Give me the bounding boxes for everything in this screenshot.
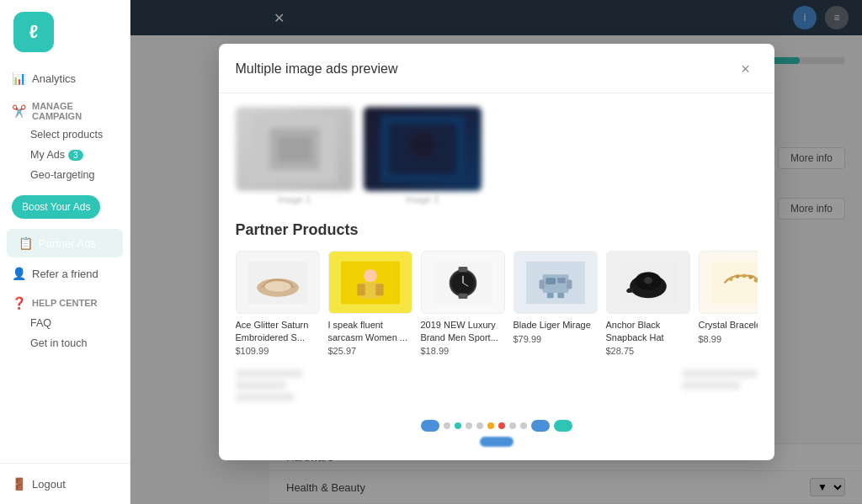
main-content: ✕ i ≡ Partner ads More info More info Ha… bbox=[130, 0, 862, 504]
product-card-2[interactable]: I speak fluent sarcasm Women ... $25.97 bbox=[328, 251, 412, 356]
boost-your-ads-button[interactable]: Boost Your Ads bbox=[12, 195, 100, 219]
product-card-1[interactable]: Ace Glitter Saturn Embroidered S... $109… bbox=[236, 251, 320, 356]
app-logo[interactable]: ℓ bbox=[13, 12, 54, 52]
svg-rect-25 bbox=[539, 279, 544, 289]
sidebar-item-refer-friend[interactable]: 👤 Refer a friend bbox=[0, 259, 130, 288]
blurred-text-left bbox=[236, 369, 303, 405]
product-card-6[interactable]: Crystal Bracelets $8.99 bbox=[699, 251, 758, 356]
refer-friend-icon: 👤 bbox=[12, 267, 25, 280]
svg-point-37 bbox=[748, 275, 753, 279]
modal-dialog: Multiple image ads preview × I bbox=[219, 44, 774, 460]
dot-gray-2[interactable] bbox=[466, 422, 472, 429]
product-name-3: 2019 NEW Luxury Brand Men Sport... bbox=[421, 319, 505, 343]
svg-point-5 bbox=[410, 132, 435, 157]
sidebar-item-partner-ads[interactable]: 📋 Partner Ads bbox=[7, 229, 123, 257]
product-card-4[interactable]: Blade Liger Mirage $79.99 bbox=[513, 251, 598, 356]
blurred-line-1 bbox=[236, 369, 303, 378]
sidebar-section-help-center: ❓ HELP CENTER bbox=[0, 288, 130, 313]
svg-point-35 bbox=[735, 274, 739, 279]
sidebar-nav: 📊 Analytics ✂️ MANAGE CAMPAIGN Select pr… bbox=[0, 64, 130, 463]
dot-gray-5[interactable] bbox=[520, 422, 527, 429]
analytics-icon: 📊 bbox=[12, 72, 25, 85]
my-ads-label: My Ads bbox=[30, 149, 65, 161]
preview-caption-2: Image 2 bbox=[364, 194, 482, 204]
sidebar-item-get-in-touch[interactable]: Get in touch bbox=[0, 333, 130, 353]
svg-point-32 bbox=[644, 277, 652, 284]
help-icon: ❓ bbox=[12, 296, 25, 310]
my-ads-badge: 3 bbox=[68, 150, 83, 161]
modal-header: Multiple image ads preview × bbox=[219, 44, 774, 93]
product-name-6: Crystal Bracelets bbox=[699, 319, 758, 331]
svg-rect-26 bbox=[567, 279, 572, 289]
blurred-text-right bbox=[682, 369, 758, 405]
sidebar-item-logout[interactable]: 🚪 Logout bbox=[12, 472, 118, 496]
svg-rect-20 bbox=[458, 294, 467, 299]
product-price-5: $28.75 bbox=[606, 346, 690, 356]
svg-rect-27 bbox=[546, 293, 553, 298]
sidebar-section-label: MANAGE CAMPAIGN bbox=[32, 101, 118, 121]
product-image-6 bbox=[699, 251, 758, 314]
product-price-6: $8.99 bbox=[699, 334, 758, 344]
product-price-3: $18.99 bbox=[421, 346, 505, 356]
modal-overlay: Multiple image ads preview × I bbox=[130, 0, 862, 504]
select-products-label: Select products bbox=[30, 129, 103, 141]
product-image-5 bbox=[606, 251, 690, 314]
preview-images-area: Image 1 Image 2 bbox=[236, 107, 758, 204]
logout-label: Logout bbox=[32, 478, 66, 491]
partner-products-title: Partner Products bbox=[236, 221, 758, 239]
svg-rect-24 bbox=[557, 278, 565, 283]
help-center-label: HELP CENTER bbox=[32, 298, 97, 308]
svg-rect-23 bbox=[545, 278, 556, 284]
product-image-2 bbox=[328, 251, 412, 314]
dot-blue-2[interactable] bbox=[531, 420, 550, 432]
dot-orange-1[interactable] bbox=[487, 422, 494, 429]
product-price-4: $79.99 bbox=[513, 334, 598, 344]
svg-point-10 bbox=[364, 269, 377, 283]
svg-point-36 bbox=[742, 273, 746, 278]
products-grid: Ace Glitter Saturn Embroidered S... $109… bbox=[236, 251, 758, 356]
partner-ads-icon: 📋 bbox=[19, 236, 32, 250]
sidebar-bottom: 🚪 Logout bbox=[0, 463, 130, 504]
sidebar-item-faq[interactable]: FAQ bbox=[0, 313, 130, 333]
sidebar-item-analytics[interactable]: 📊 Analytics bbox=[0, 64, 130, 93]
logout-icon: 🚪 bbox=[12, 477, 25, 491]
scissors-icon: ✂️ bbox=[12, 104, 25, 118]
sidebar-item-my-ads[interactable]: My Ads 3 bbox=[0, 145, 130, 165]
product-card-3[interactable]: 2019 NEW Luxury Brand Men Sport... $18.9… bbox=[421, 251, 505, 356]
sidebar-item-label: Analytics bbox=[32, 72, 76, 85]
modal-title: Multiple image ads preview bbox=[236, 61, 398, 77]
product-price-2: $25.97 bbox=[328, 346, 412, 356]
sidebar-logo-area: ℓ bbox=[0, 0, 130, 64]
svg-rect-13 bbox=[375, 284, 383, 295]
dot-teal-1[interactable] bbox=[455, 422, 461, 429]
preview-image-2 bbox=[364, 107, 482, 191]
svg-rect-33 bbox=[711, 261, 758, 304]
svg-rect-2 bbox=[278, 136, 311, 162]
product-name-4: Blade Liger Mirage bbox=[513, 319, 598, 331]
product-image-1 bbox=[236, 251, 320, 314]
product-image-3 bbox=[421, 251, 505, 314]
sidebar-item-geo-targeting[interactable]: Geo-targeting bbox=[0, 165, 130, 185]
product-card-5[interactable]: Anchor Black Snapback Hat $28.75 bbox=[606, 251, 690, 356]
confirm-button-area bbox=[236, 437, 758, 447]
dot-red-1[interactable] bbox=[498, 422, 505, 429]
dot-teal-active[interactable] bbox=[554, 420, 572, 432]
svg-rect-28 bbox=[557, 293, 564, 298]
dot-gray-1[interactable] bbox=[444, 422, 450, 429]
preview-image-1 bbox=[236, 107, 354, 191]
modal-close-button[interactable]: × bbox=[734, 57, 758, 81]
dot-gray-3[interactable] bbox=[476, 422, 483, 429]
blurred-bottom-area bbox=[236, 369, 758, 411]
blurred-line-2 bbox=[236, 381, 286, 390]
get-in-touch-label: Get in touch bbox=[30, 337, 87, 349]
partner-ads-label: Partner Ads bbox=[39, 237, 96, 250]
geo-targeting-label: Geo-targeting bbox=[30, 169, 94, 181]
boost-area: Boost Your Ads bbox=[0, 190, 130, 224]
dot-blue-1[interactable] bbox=[421, 420, 439, 432]
dot-gray-4[interactable] bbox=[509, 422, 516, 429]
sidebar-item-select-products[interactable]: Select products bbox=[0, 125, 130, 145]
svg-rect-12 bbox=[357, 284, 364, 295]
svg-point-34 bbox=[729, 277, 733, 281]
blurred-line-3 bbox=[236, 393, 295, 401]
preview-caption-1: Image 1 bbox=[236, 194, 354, 204]
